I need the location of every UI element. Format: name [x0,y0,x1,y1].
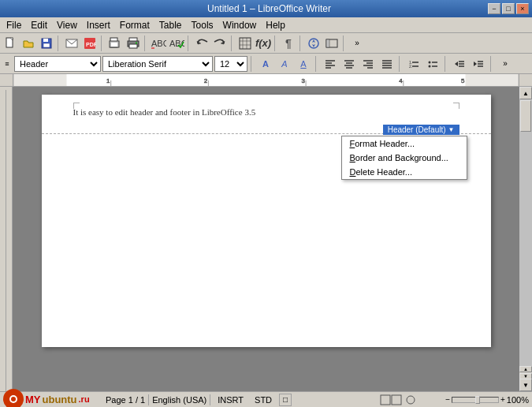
italic-button[interactable]: A [276,56,293,72]
svg-rect-62 [466,74,519,87]
left-margin-bar [0,87,13,391]
svg-point-74 [407,396,415,404]
menu-table[interactable]: Table [154,18,187,32]
svg-rect-16 [240,38,251,49]
header-area[interactable]: It is easy to edit header and footer in … [42,95,491,134]
scroll-track[interactable] [519,99,532,366]
zoom-in-button[interactable]: + [500,395,505,404]
open-button[interactable] [20,35,37,52]
toolbar2-sep5 [490,56,493,72]
more-formatting-button[interactable]: » [497,56,514,72]
svg-marker-23 [312,44,315,47]
svg-point-13 [136,42,137,43]
align-center-button[interactable] [340,56,358,72]
font-size-dropdown[interactable]: 12 [214,56,247,72]
document-area[interactable]: It is easy to edit header and footer in … [13,87,519,391]
style-list-button[interactable]: ≡ [2,55,13,73]
menu-insert[interactable]: Insert [82,18,115,32]
more-button[interactable]: » [348,35,366,52]
scroll-up-button[interactable]: ▲ [519,87,532,99]
bold-button[interactable]: A [257,56,274,72]
toolbar-separator-7 [299,35,303,51]
language-status: English (USA) [152,395,206,405]
ru-text: .ru [79,394,90,404]
indent-decrease-button[interactable] [451,56,468,72]
statusbar: MY ubuntu .ru Page 1 / 1 English (USA) I… [0,391,532,407]
nonprint-chars-button[interactable]: ¶ [280,35,297,52]
indent-increase-button[interactable] [470,56,487,72]
menu-format[interactable]: Format [115,18,154,32]
header-dropdown-button[interactable]: Header (Default) ▼ [383,125,459,135]
align-left-button[interactable] [322,56,339,72]
svg-rect-2 [43,39,48,42]
formula-button[interactable]: f(x) [255,35,272,52]
unordered-list-button[interactable] [424,56,441,72]
titlebar-controls[interactable]: − □ × [488,3,529,14]
vertical-scrollbar[interactable]: ▲ ▲ ▼ ▼ [519,87,532,391]
menu-view[interactable]: View [52,18,82,32]
formatting-toolbar: ≡ Header Liberation Serif 12 A A A 1.2. … [0,54,532,74]
svg-rect-9 [111,43,117,47]
menu-tools[interactable]: Tools [187,18,218,32]
zoom-out-button[interactable]: − [445,395,450,404]
svg-marker-50 [455,62,458,66]
undo-button[interactable] [193,35,210,52]
scroll-down-button[interactable]: ▼ [519,379,532,391]
autocorrect-button[interactable]: ABC [168,35,185,52]
svg-text:4: 4 [399,77,402,84]
record-changes-button[interactable]: □ [279,394,292,406]
toolbar2-sep1 [251,56,254,72]
sidebar-toggle-button[interactable] [323,35,340,52]
svg-text:5: 5 [461,77,464,84]
print-button[interactable] [125,35,142,52]
close-button[interactable]: × [516,3,529,14]
statusbar-sep1 [148,394,149,405]
menu-file[interactable]: File [2,18,26,32]
scroll-thumb[interactable] [520,100,531,132]
save-button[interactable] [38,35,55,52]
delete-header-menu-item[interactable]: Delete Header... [342,165,467,179]
toolbar-separator-1 [58,35,61,51]
statusbar-right: − + 100% [379,394,529,406]
svg-text:ABC: ABC [151,39,166,48]
scroll-prev-page-button[interactable]: ▲ [519,366,532,372]
redo-button[interactable] [211,35,229,52]
toolbar-separator-8 [343,35,346,51]
print-preview-button[interactable] [106,35,124,52]
svg-text:2.: 2. [409,64,412,69]
svg-rect-3 [43,43,50,47]
align-justify-button[interactable] [378,56,396,72]
underline-button[interactable]: A [295,56,312,72]
ubuntu-logo-icon [3,389,24,407]
my-text: MY [25,394,41,405]
minimize-button[interactable]: − [488,3,500,14]
svg-text:PDF: PDF [86,42,96,47]
svg-rect-61 [13,74,66,87]
format-header-menu-item[interactable]: Format Header... [342,136,467,151]
border-background-underline: B [350,153,355,162]
table-button[interactable] [236,35,254,52]
menu-help[interactable]: Help [261,18,290,32]
font-name-dropdown[interactable]: Liberation Serif [102,56,213,72]
paragraph-style-dropdown[interactable]: Header [14,56,101,72]
new-button[interactable] [2,35,19,52]
svg-text:1: 1 [106,77,110,84]
ordered-list-button[interactable]: 1.2. [405,56,422,72]
menu-window[interactable]: Window [218,18,262,32]
export-pdf-button[interactable]: PDF [81,35,99,52]
maximize-button[interactable]: □ [502,3,515,14]
zoom-level: 100% [507,395,529,405]
border-background-menu-item[interactable]: Border and Background... [342,151,467,165]
email-button[interactable] [63,35,80,52]
svg-marker-22 [312,39,315,43]
navigator-button[interactable] [305,35,322,52]
std-mode-button[interactable]: STD [251,394,276,406]
svg-marker-54 [474,62,477,66]
insert-mode-button[interactable]: INSRT [214,394,247,406]
align-right-button[interactable] [359,56,377,72]
titlebar: Untitled 1 – LibreOffice Writer − □ × [0,0,532,17]
menu-edit[interactable]: Edit [26,18,52,32]
zoom-slider[interactable] [452,397,499,403]
svg-rect-25 [326,39,329,47]
spellcheck-button[interactable]: ABC [150,35,167,52]
